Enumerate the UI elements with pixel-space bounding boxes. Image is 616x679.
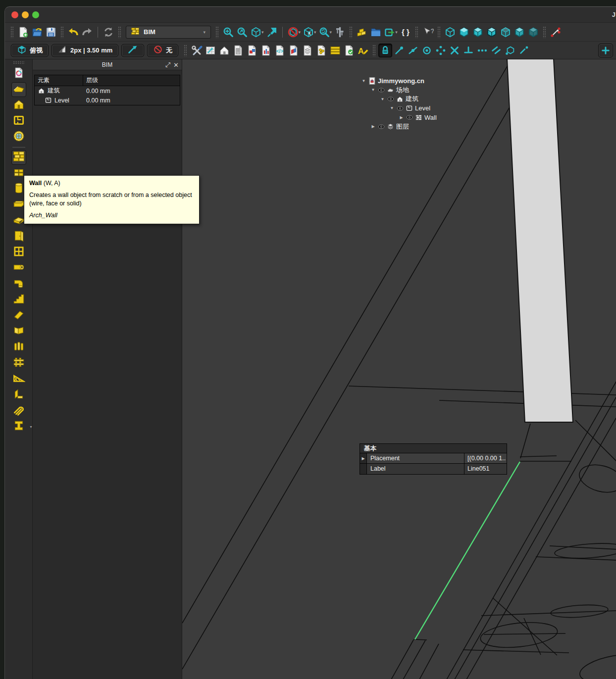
zoom-selection-button[interactable]	[235, 25, 249, 39]
wall-tool-button[interactable]	[11, 150, 26, 165]
toolbar-grip[interactable]	[118, 26, 121, 38]
property-expander-icon[interactable]: ▶	[360, 453, 367, 463]
draw-style-no-shading-button[interactable]	[513, 25, 526, 39]
site-tool-button[interactable]	[11, 82, 26, 97]
sheet-check-button[interactable]	[342, 44, 356, 57]
draw-style-shaded-button[interactable]	[471, 25, 485, 39]
undo-button[interactable]	[66, 25, 80, 39]
toolbar-grip[interactable]	[437, 26, 441, 38]
chevron-down-icon[interactable]: ▾	[395, 30, 398, 35]
snap-endpoint-button[interactable]	[392, 44, 406, 57]
sheet-layers-button[interactable]	[301, 44, 314, 57]
visibility-eye-icon[interactable]	[387, 96, 394, 102]
visibility-eye-icon[interactable]	[378, 87, 385, 94]
sheet-blocks-button[interactable]	[245, 44, 259, 57]
pipe-tool-button[interactable]	[11, 261, 26, 276]
sheet-code-button[interactable]: </>	[273, 44, 287, 57]
visibility-eye-icon[interactable]	[397, 105, 404, 112]
draw-style-hidden-line-button[interactable]	[499, 25, 513, 39]
clip-plane-button[interactable]	[286, 25, 300, 39]
toolbar-grip[interactable]	[184, 45, 187, 56]
autogroup-button[interactable]: 无	[147, 44, 178, 57]
make-folder-button[interactable]	[369, 25, 383, 39]
panel-tool-button[interactable]	[11, 324, 26, 339]
property-value[interactable]: [(0.00 0.00 1..	[464, 453, 507, 463]
snap-intersection-button[interactable]	[448, 44, 462, 57]
visibility-eye-icon[interactable]	[406, 114, 413, 121]
chevron-down-icon[interactable]: ▾	[261, 30, 264, 35]
workbench-selector[interactable]: BIM▾	[126, 26, 211, 39]
sheet-pages-button[interactable]	[287, 44, 301, 57]
annotation-styles-button[interactable]: A	[356, 44, 370, 57]
snap-lock-button[interactable]	[378, 44, 392, 57]
chevron-down-icon[interactable]: ▾	[314, 30, 316, 35]
expander-closed-icon[interactable]: ▶	[370, 124, 376, 129]
sheet-building-button[interactable]	[231, 44, 245, 57]
wall-3d-object[interactable]	[507, 59, 573, 422]
macro-editor-button[interactable]: { }	[399, 25, 412, 39]
snap-midpoint-button[interactable]	[406, 44, 420, 57]
property-row[interactable]: ▶Placement[(0.00 0.00 1..	[360, 453, 507, 464]
dimension-button[interactable]	[549, 25, 563, 39]
toolbar-grip[interactable]	[349, 26, 353, 38]
fence-tool-button[interactable]	[11, 356, 26, 371]
create-group-button[interactable]	[355, 25, 369, 39]
sheet-chart-button[interactable]	[259, 44, 273, 57]
pipe-connector-tool-button[interactable]	[11, 277, 26, 291]
equipment-tool-button[interactable]	[11, 340, 26, 355]
draft-arrow-button[interactable]	[121, 44, 144, 57]
axonometric-view-button[interactable]	[249, 25, 263, 39]
snap-working-plane-button[interactable]	[503, 44, 517, 57]
expander-open-icon[interactable]: ▼	[361, 79, 366, 83]
line-width-button[interactable]: 2px | 3.50 mm	[51, 44, 118, 57]
window-tool-button[interactable]	[11, 245, 26, 260]
minimize-window-button[interactable]	[22, 11, 29, 18]
maximize-window-button[interactable]	[32, 11, 39, 18]
table-row[interactable]: Level0.00 mm	[35, 96, 180, 105]
snap-perpendicular-button[interactable]	[462, 44, 475, 57]
toolbar-grip[interactable]	[372, 45, 376, 56]
table-row[interactable]: 建筑0.00 mm	[35, 86, 180, 96]
setup-button[interactable]	[190, 44, 204, 57]
snap-extension-button[interactable]	[475, 44, 489, 57]
top-view-button[interactable]: 俯视	[11, 44, 49, 57]
snap-special-button[interactable]	[434, 44, 448, 57]
toolbar-grip[interactable]	[60, 26, 64, 38]
roof-tool-button[interactable]	[11, 308, 26, 323]
ifc-document-tool-button[interactable]	[11, 66, 26, 81]
fit-all-button[interactable]	[221, 25, 235, 39]
save-document-button[interactable]	[44, 25, 58, 39]
3d-viewport[interactable]: ▼Jimmywong.cn▼场地▼建筑▼Level▶Wall▶图层 基本 ▶Pl…	[182, 59, 616, 679]
expander-open-icon[interactable]: ▼	[389, 106, 395, 110]
truss-tool-button[interactable]	[11, 372, 26, 387]
refresh-button[interactable]	[102, 25, 115, 39]
tree-item-wall[interactable]: ▶Wall	[361, 113, 437, 122]
expander-open-icon[interactable]: ▼	[380, 97, 385, 101]
toolbar-grip[interactable]	[10, 26, 14, 38]
door-tool-button[interactable]	[11, 229, 26, 244]
close-window-button[interactable]	[11, 11, 18, 18]
rebar-tool-button[interactable]	[11, 403, 26, 418]
tree-item-jimmywong-cn[interactable]: ▼Jimmywong.cn	[361, 76, 437, 86]
views-button[interactable]	[217, 44, 231, 57]
frame-tool-button[interactable]	[11, 388, 26, 402]
redo-button[interactable]	[80, 25, 94, 39]
sheet-balls-button[interactable]	[314, 44, 328, 57]
open-document-button[interactable]	[30, 25, 44, 39]
stairs-tool-button[interactable]	[11, 292, 26, 307]
expander-open-icon[interactable]: ▼	[370, 88, 376, 92]
export-button[interactable]	[383, 25, 397, 39]
fly-mode-button[interactable]	[265, 25, 279, 39]
snap-parallel-button[interactable]	[489, 44, 503, 57]
toolbar-expand-button[interactable]	[598, 44, 613, 57]
measure-button[interactable]	[333, 25, 347, 39]
dock-grip[interactable]	[13, 61, 25, 64]
property-value[interactable]: Line051	[464, 464, 507, 474]
building-tool-button[interactable]	[11, 98, 26, 113]
view-refresh-button[interactable]	[317, 25, 331, 39]
tree-item--[interactable]: ▼建筑	[361, 95, 437, 104]
panel-expand-icon[interactable]: ⤢	[165, 61, 170, 69]
draw-style-solid-button[interactable]	[457, 25, 471, 39]
snap-near-button[interactable]	[517, 44, 531, 57]
draw-style-transparent-button[interactable]	[526, 25, 540, 39]
